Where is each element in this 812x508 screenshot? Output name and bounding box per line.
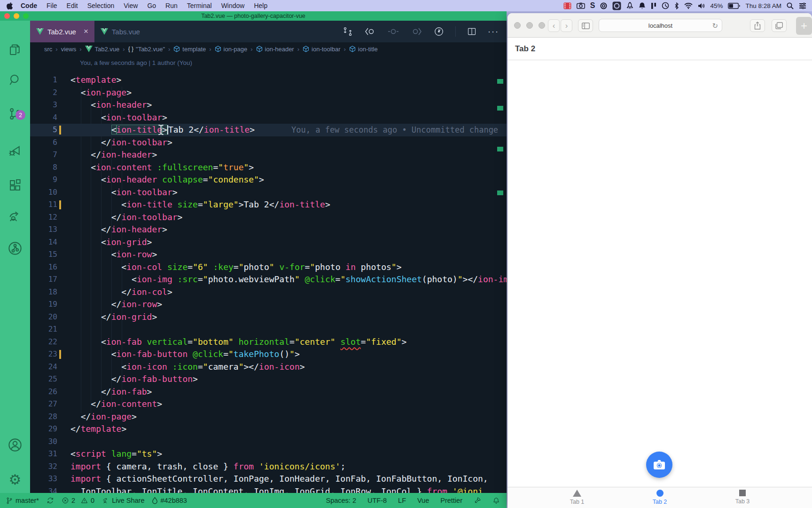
breadcrumb-item-template[interactable]: template bbox=[173, 46, 206, 53]
source-control-icon[interactable]: 2 bbox=[0, 103, 30, 125]
menubar-menu-window[interactable]: Window bbox=[217, 2, 250, 9]
breadcrumb-label: ion-header bbox=[265, 46, 294, 53]
sync-changes-button[interactable] bbox=[47, 497, 54, 504]
notifications-bell-icon[interactable] bbox=[492, 497, 500, 505]
screen-capture-icon[interactable] bbox=[612, 1, 621, 10]
inline-blame-annotation: You, a few seconds ago • Uncommitted cha… bbox=[291, 124, 498, 136]
bluetooth-icon[interactable] bbox=[674, 2, 679, 9]
settings-gear-icon[interactable]: ⚙ bbox=[0, 468, 30, 491]
camera-app-icon[interactable] bbox=[577, 2, 585, 9]
code-line: 18 </ion-col> bbox=[30, 286, 507, 299]
menubar-menu-go[interactable]: Go bbox=[142, 2, 161, 9]
vscode-title-bar[interactable]: Tab2.vue — photo-gallery-capacitor-vue bbox=[0, 11, 507, 21]
ion-tab-tab-2[interactable]: Tab 2 bbox=[618, 487, 701, 508]
camera-fab-button[interactable] bbox=[646, 452, 672, 478]
code-text: import { camera, trash, close } from 'io… bbox=[70, 460, 345, 473]
explorer-icon[interactable] bbox=[0, 39, 30, 61]
editor-tab-tab2.vue[interactable]: Tab2.vue× bbox=[30, 21, 94, 42]
menubar-menu-code[interactable]: Code bbox=[16, 2, 42, 9]
reload-icon[interactable]: ↻ bbox=[712, 22, 718, 30]
new-tab-plus-button[interactable]: + bbox=[796, 17, 812, 35]
breadcrumb-separator: › bbox=[79, 46, 81, 53]
zoom-window-button[interactable] bbox=[23, 13, 29, 19]
language-mode-status[interactable]: Vue bbox=[417, 497, 429, 504]
address-bar[interactable]: localhost ↻ bbox=[599, 19, 722, 32]
volume-icon[interactable] bbox=[698, 3, 705, 9]
eol-status[interactable]: LF bbox=[398, 497, 406, 504]
split-editor-icon[interactable] bbox=[467, 27, 476, 36]
close-tab-icon[interactable]: × bbox=[84, 27, 88, 36]
search-icon[interactable] bbox=[0, 69, 30, 91]
breadcrumb-item-views[interactable]: views bbox=[61, 46, 77, 53]
ion-tab-tab-3[interactable]: Tab 3 bbox=[701, 487, 784, 508]
git-branch-indicator[interactable]: master* bbox=[6, 497, 39, 505]
editor-tab-tabs.vue[interactable]: Tabs.vue bbox=[94, 21, 146, 42]
back-button[interactable]: ‹ bbox=[548, 19, 560, 32]
notification-bell-icon[interactable] bbox=[639, 2, 646, 9]
line-number: 34 bbox=[30, 485, 57, 493]
formatter-status[interactable]: Prettier bbox=[440, 497, 462, 504]
code-line: 23 <ion-fab-button @click="takePhoto()"> bbox=[30, 348, 507, 361]
minimize-window-button[interactable] bbox=[526, 22, 533, 29]
minimize-window-button[interactable] bbox=[14, 13, 19, 19]
breadcrumb-item-ion-header[interactable]: ion-header bbox=[256, 46, 294, 53]
close-window-button[interactable] bbox=[4, 13, 10, 19]
code-line: 20 </ion-grid> bbox=[30, 311, 507, 324]
code-text: <ion-grid> bbox=[70, 236, 152, 249]
more-actions-icon[interactable]: ··· bbox=[488, 27, 499, 37]
live-share-status[interactable]: Live Share bbox=[102, 497, 144, 504]
sidebar-toggle-icon[interactable] bbox=[578, 19, 593, 32]
zoom-window-button[interactable] bbox=[539, 22, 545, 29]
ion-tab-tab-1[interactable]: Tab 1 bbox=[536, 487, 618, 508]
color-chip-status[interactable]: #42b883 bbox=[152, 497, 187, 504]
previous-change-icon[interactable] bbox=[364, 27, 376, 36]
live-share-icon[interactable] bbox=[0, 205, 30, 228]
current-change-icon[interactable] bbox=[388, 27, 399, 36]
pause-bars-icon[interactable] bbox=[651, 2, 656, 9]
menubar-menu-run[interactable]: Run bbox=[161, 2, 182, 9]
next-change-icon[interactable] bbox=[410, 27, 422, 36]
apple-menu-icon[interactable] bbox=[7, 2, 13, 10]
menubar-menu-edit[interactable]: Edit bbox=[62, 2, 83, 9]
close-window-button[interactable] bbox=[514, 22, 521, 29]
breadcrumb-item-tab2-vue[interactable]: Tab2.vue bbox=[85, 46, 120, 53]
rocket-icon[interactable] bbox=[626, 2, 633, 9]
feedback-rocket-icon[interactable] bbox=[474, 497, 481, 504]
breadcrumb-item-src[interactable]: src bbox=[44, 46, 52, 53]
symbol-cube-icon bbox=[349, 46, 356, 52]
extensions-icon[interactable] bbox=[0, 174, 30, 197]
gitlens-file-blame[interactable]: You, a few seconds ago | 1 author (You) bbox=[80, 59, 192, 66]
menubar-menu-help[interactable]: Help bbox=[249, 2, 272, 9]
menubar-menu-selection[interactable]: Selection bbox=[83, 2, 119, 9]
breadcrumb-item-ion-toolbar[interactable]: ion-toolbar bbox=[303, 46, 340, 53]
indentation-status[interactable]: Spaces: 2 bbox=[326, 497, 356, 504]
menubar-menu-view[interactable]: View bbox=[119, 2, 142, 9]
record-ring-icon[interactable] bbox=[600, 2, 607, 9]
line-number: 17 bbox=[30, 273, 57, 286]
code-text: <ion-header collapse="condense"> bbox=[70, 174, 264, 186]
forward-button[interactable]: › bbox=[561, 19, 572, 32]
breadcrumb-item--tab2-vue-[interactable]: { }"Tab2.vue" bbox=[128, 46, 165, 53]
line-number: 18 bbox=[30, 286, 57, 299]
tab-overview-icon[interactable] bbox=[772, 19, 787, 32]
s-app-icon[interactable]: S bbox=[590, 1, 595, 10]
open-changes-icon[interactable] bbox=[343, 26, 353, 37]
clock-app-icon[interactable] bbox=[662, 2, 669, 9]
timeline-icon[interactable] bbox=[434, 26, 444, 37]
film-app-icon[interactable] bbox=[563, 2, 571, 9]
accounts-icon[interactable] bbox=[0, 434, 30, 456]
menubar-menu-terminal[interactable]: Terminal bbox=[182, 2, 217, 9]
code-editor[interactable]: You, a few seconds ago | 1 author (You) … bbox=[30, 56, 507, 493]
control-center-icon[interactable] bbox=[799, 3, 806, 9]
menubar-menu-file[interactable]: File bbox=[42, 2, 62, 9]
breadcrumb-item-ion-page[interactable]: ion-page bbox=[215, 46, 248, 53]
encoding-status[interactable]: UTF-8 bbox=[367, 497, 387, 504]
share-icon[interactable] bbox=[750, 19, 765, 32]
spotlight-search-icon[interactable] bbox=[787, 2, 794, 9]
run-debug-icon[interactable] bbox=[0, 139, 30, 162]
wifi-icon[interactable] bbox=[684, 3, 693, 9]
breadcrumb-item-ion-title[interactable]: ion-title bbox=[349, 46, 378, 53]
line-number: 8 bbox=[30, 161, 57, 174]
problems-indicator[interactable]: 2 0 bbox=[62, 497, 94, 504]
timeline-branch-icon[interactable] bbox=[0, 237, 30, 260]
